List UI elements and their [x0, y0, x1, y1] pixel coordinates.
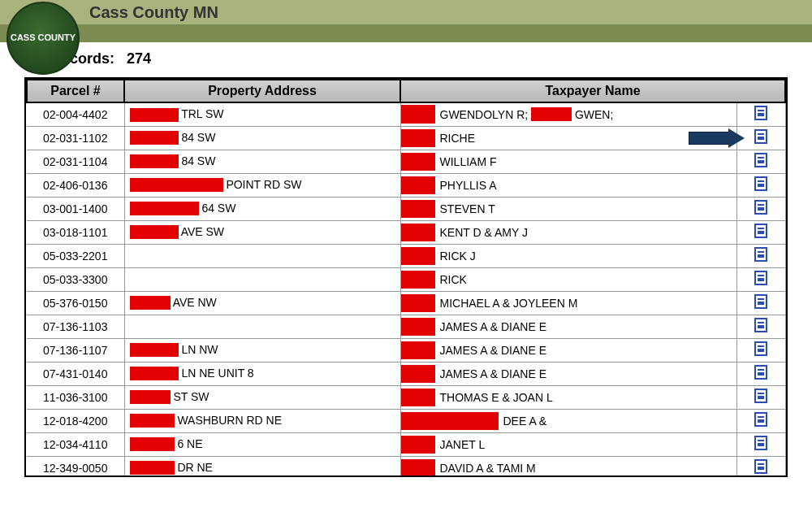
redaction-block: [401, 436, 435, 454]
detail-icon[interactable]: [754, 436, 767, 450]
detail-icon[interactable]: [754, 129, 767, 144]
address-cell: WASHBURN RD NE: [124, 409, 400, 432]
parcel-cell: 03-001-1400: [27, 197, 124, 220]
table-row[interactable]: 03-018-1101 AVE SWKENT D & AMY J: [27, 220, 785, 244]
detail-icon[interactable]: [754, 200, 767, 215]
redaction-block: [130, 131, 179, 145]
taxpayer-text: RICK: [440, 273, 467, 286]
redaction-block: [401, 318, 435, 336]
detail-icon[interactable]: [754, 412, 767, 427]
address-text: 84 SW: [181, 154, 215, 167]
address-text: AVE NW: [173, 296, 217, 309]
redaction-block: [401, 412, 499, 430]
table-row[interactable]: 02-031-1104 84 SWWILLIAM F: [27, 150, 785, 173]
table-row[interactable]: 05-376-0150 AVE NWMICHAEL A & JOYLEEN M: [27, 291, 785, 315]
detail-cell: [736, 150, 785, 173]
table-row[interactable]: 12-349-0050 DR NEDAVID A & TAMI M: [27, 456, 785, 477]
detail-icon[interactable]: [754, 459, 767, 474]
detail-cell: [736, 267, 785, 291]
table-row[interactable]: 02-031-1102 84 SWRICHE: [27, 126, 785, 150]
header-bar: Cass County MN: [0, 0, 812, 24]
table-row[interactable]: 12-034-4110 6 NEJANET L: [27, 432, 785, 456]
col-address[interactable]: Property Address: [124, 80, 400, 102]
taxpayer-cell: MICHAEL A & JOYLEEN M: [400, 291, 736, 315]
redaction-block: [401, 459, 435, 477]
redaction-block: [401, 294, 435, 312]
col-parcel[interactable]: Parcel #: [27, 80, 124, 102]
parcel-cell: 12-034-4110: [27, 432, 124, 456]
detail-cell: [736, 409, 785, 432]
parcel-cell: 02-031-1102: [27, 126, 124, 150]
redaction-block: [130, 108, 179, 122]
detail-icon[interactable]: [754, 318, 767, 332]
address-cell: AVE SW: [124, 220, 400, 244]
redaction-block: [401, 224, 435, 241]
results-table-container[interactable]: Parcel # Property Address Taxpayer Name …: [24, 77, 788, 477]
table-row[interactable]: 12-018-4200 WASHBURN RD NEDEE A &: [27, 409, 785, 432]
detail-icon[interactable]: [754, 176, 767, 191]
parcel-cell: 12-349-0050: [27, 456, 124, 477]
redaction-block: [130, 461, 175, 475]
address-cell: 84 SW: [124, 126, 400, 150]
detail-cell: [736, 432, 785, 456]
table-row[interactable]: 03-001-1400 64 SWSTEVEN T: [27, 197, 785, 220]
redaction-block: [130, 367, 179, 380]
detail-cell: [736, 126, 785, 150]
taxpayer-text: PHYLLIS A: [440, 179, 497, 192]
parcel-cell: 05-376-0150: [27, 291, 124, 315]
detail-icon[interactable]: [754, 294, 767, 309]
detail-icon[interactable]: [754, 106, 767, 120]
detail-icon[interactable]: [754, 341, 767, 356]
address-text: AVE SW: [181, 225, 224, 238]
detail-cell: [736, 362, 785, 385]
detail-cell: [736, 338, 785, 362]
table-row[interactable]: 11-036-3100 ST SWTHOMAS E & JOAN L: [27, 385, 785, 409]
header-row: Parcel # Property Address Taxpayer Name: [27, 80, 785, 102]
redaction-block: [130, 225, 179, 239]
table-row[interactable]: 02-406-0136 POINT RD SWPHYLLIS A: [27, 173, 785, 197]
table-row[interactable]: 05-033-2201RICK J: [27, 244, 785, 267]
redaction-block: [531, 107, 572, 121]
detail-icon[interactable]: [754, 365, 767, 380]
table-row[interactable]: 07-136-1103JAMES A & DIANE E: [27, 315, 785, 338]
detail-icon[interactable]: [754, 389, 767, 403]
detail-icon[interactable]: [754, 271, 767, 285]
redaction-block: [401, 365, 435, 383]
table-row[interactable]: 05-033-3300RICK: [27, 267, 785, 291]
detail-icon[interactable]: [754, 247, 767, 262]
redaction-block: [130, 178, 223, 192]
redaction-block: [401, 271, 435, 289]
redaction-block: [401, 105, 435, 124]
col-taxpayer[interactable]: Taxpayer Name: [400, 80, 785, 102]
parcel-cell: 02-031-1104: [27, 150, 124, 173]
address-cell: 84 SW: [124, 150, 400, 173]
address-cell: DR NE: [124, 456, 400, 477]
parcel-cell: 11-036-3100: [27, 385, 124, 409]
table-row[interactable]: 07-431-0140 LN NE UNIT 8JAMES A & DIANE …: [27, 362, 785, 385]
address-text: LN NE UNIT 8: [181, 367, 253, 380]
table-row[interactable]: 07-136-1107 LN NWJAMES A & DIANE E: [27, 338, 785, 362]
taxpayer-text: JAMES A & DIANE E: [440, 344, 547, 357]
detail-icon[interactable]: [754, 153, 767, 167]
detail-icon[interactable]: [754, 224, 767, 238]
parcel-cell: 07-136-1107: [27, 338, 124, 362]
address-text: 64 SW: [201, 202, 235, 215]
taxpayer-text: THOMAS E & JOAN L: [440, 391, 553, 404]
taxpayer-text: GWEN;: [575, 108, 613, 121]
redaction-block: [130, 154, 179, 168]
redaction-block: [130, 202, 199, 215]
taxpayer-cell: STEVEN T: [400, 197, 736, 220]
address-cell: ST SW: [124, 385, 400, 409]
address-cell: [124, 315, 400, 338]
redaction-block: [401, 153, 435, 171]
address-text: ST SW: [173, 390, 209, 403]
address-cell: LN NE UNIT 8: [124, 362, 400, 385]
logo-text: CASS COUNTY: [11, 33, 76, 43]
taxpayer-cell: RICHE: [400, 126, 736, 150]
table-row[interactable]: 02-004-4402 TRL SWGWENDOLYN R; GWEN;: [27, 102, 785, 126]
address-text: TRL SW: [181, 107, 223, 120]
taxpayer-text: KENT D & AMY J: [440, 226, 528, 239]
taxpayer-text: JANET L: [440, 438, 486, 451]
address-text: 84 SW: [181, 131, 215, 144]
detail-cell: [736, 173, 785, 197]
